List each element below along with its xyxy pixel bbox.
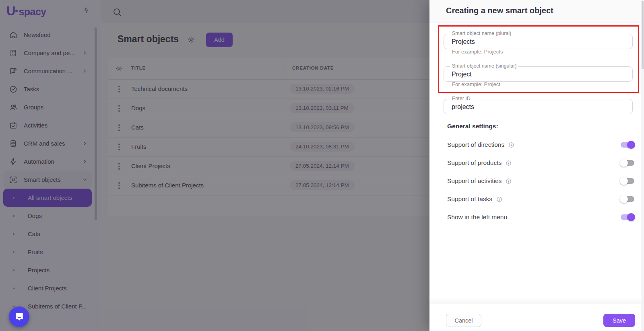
- info-icon[interactable]: [496, 196, 502, 202]
- setting-row: Support of activities: [447, 176, 635, 186]
- toggle-support-of-products[interactable]: [621, 160, 634, 166]
- chat-bubble-icon: [14, 312, 25, 322]
- info-icon[interactable]: [506, 160, 512, 166]
- setting-row: Support of products: [447, 158, 635, 168]
- field-helper: For example: Project: [452, 81, 500, 87]
- toggle-support-of-directions[interactable]: [621, 142, 634, 148]
- plural-name-input[interactable]: [444, 34, 632, 49]
- id-input[interactable]: [444, 99, 632, 114]
- setting-row: Show in the left menu: [447, 212, 635, 222]
- general-settings-heading: General settings:: [447, 123, 498, 130]
- page-scrollbar[interactable]: [641, 0, 644, 331]
- field-singular-name: Smart object name (singular): [444, 66, 633, 82]
- setting-label: Support of tasks: [447, 195, 492, 203]
- toggle-support-of-tasks[interactable]: [621, 196, 634, 202]
- toggle-show-in-left-menu[interactable]: [621, 214, 634, 220]
- panel-title: Creating a new smart object: [446, 6, 553, 15]
- setting-row: Support of directions: [447, 140, 635, 150]
- singular-name-input[interactable]: [444, 67, 632, 81]
- info-icon[interactable]: [506, 178, 512, 184]
- toggle-support-of-activities[interactable]: [621, 178, 634, 184]
- setting-label: Show in the left menu: [447, 214, 507, 221]
- scrollbar-thumb[interactable]: [642, 1, 644, 69]
- field-id: Enter ID: [444, 99, 633, 114]
- setting-row: Support of tasks: [447, 194, 635, 204]
- modal-backdrop[interactable]: [0, 0, 429, 331]
- panel-header: Creating a new smart object: [429, 0, 644, 23]
- create-smart-object-panel: Creating a new smart object Smart object…: [429, 0, 644, 331]
- setting-label: Support of activities: [447, 177, 502, 185]
- field-label: Smart object name (plural): [450, 31, 513, 36]
- field-label: Smart object name (singular): [450, 63, 518, 69]
- setting-label: Support of products: [447, 159, 502, 167]
- field-label: Enter ID: [450, 96, 473, 101]
- field-helper: For example: Projects: [452, 49, 503, 55]
- save-button[interactable]: Save: [603, 314, 635, 327]
- chat-launcher-button[interactable]: [9, 306, 29, 327]
- app-root: U spacy Newsfeed Company and pe... Commu…: [0, 0, 644, 331]
- panel-footer: Cancel Save: [429, 304, 644, 331]
- field-plural-name: Smart object name (plural): [444, 34, 633, 49]
- info-icon[interactable]: [508, 142, 514, 148]
- cancel-button[interactable]: Cancel: [446, 314, 481, 327]
- setting-label: Support of directions: [447, 141, 504, 148]
